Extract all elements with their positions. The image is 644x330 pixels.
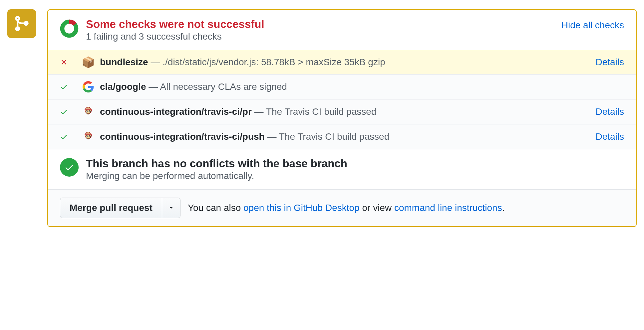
check-name: continuous-integration/travis-ci/pr	[100, 106, 252, 117]
success-circle-icon	[60, 158, 79, 177]
check-text: continuous-integration/travis-ci/push — …	[100, 131, 589, 142]
svg-point-6	[87, 111, 87, 112]
checks-panel: Some checks were not successful 1 failin…	[47, 9, 637, 227]
svg-point-7	[89, 111, 90, 112]
svg-point-13	[89, 136, 90, 137]
merge-dropdown-button[interactable]	[162, 198, 180, 218]
travis-icon	[83, 106, 94, 117]
check-desc: The Travis CI build passed	[266, 106, 377, 117]
checks-header: Some checks were not successful 1 failin…	[48, 10, 636, 50]
travis-icon	[83, 131, 94, 142]
svg-rect-9	[85, 133, 92, 135]
check-icon	[60, 133, 68, 141]
x-icon	[60, 58, 68, 66]
git-merge-icon	[13, 15, 30, 32]
hide-all-checks-link[interactable]: Hide all checks	[561, 20, 624, 31]
status-donut-icon	[60, 19, 79, 38]
check-details-link[interactable]: Details	[595, 106, 624, 117]
check-desc: All necessary CLAs are signed	[160, 82, 287, 92]
caret-down-icon	[168, 205, 174, 211]
check-text: continuous-integration/travis-ci/pr — Th…	[100, 106, 589, 117]
merge-status-subtitle: Merging can be performed automatically.	[86, 171, 347, 181]
check-icon	[60, 83, 68, 91]
command-line-instructions-link[interactable]: command line instructions	[394, 203, 502, 213]
merge-badge	[7, 9, 36, 38]
check-text: cla/google — All necessary CLAs are sign…	[100, 82, 624, 92]
check-details-link[interactable]: Details	[595, 131, 624, 142]
svg-rect-3	[85, 108, 92, 110]
check-row: 📦bundlesize — ./dist/static/js/vendor.js…	[48, 50, 636, 75]
check-name: cla/google	[100, 82, 146, 92]
merge-status-section: This branch has no conflicts with the ba…	[48, 149, 636, 190]
check-name: continuous-integration/travis-ci/push	[100, 131, 265, 142]
check-desc: The Travis CI build passed	[279, 131, 390, 142]
check-desc: ./dist/static/js/vendor.js: 58.78kB > ma…	[162, 57, 385, 67]
merge-pull-request-button[interactable]: Merge pull request	[60, 198, 162, 218]
checks-subtitle: 1 failing and 3 successful checks	[86, 31, 555, 42]
merge-status-title: This branch has no conflicts with the ba…	[86, 157, 347, 170]
check-row: continuous-integration/travis-ci/push — …	[48, 124, 636, 149]
open-github-desktop-link[interactable]: open this in GitHub Desktop	[243, 203, 360, 213]
check-text: bundlesize — ./dist/static/js/vendor.js:…	[100, 57, 589, 68]
check-row: continuous-integration/travis-ci/pr — Th…	[48, 99, 636, 124]
merge-footer-text: You can also open this in GitHub Desktop…	[188, 203, 504, 213]
check-details-link[interactable]: Details	[595, 57, 624, 68]
svg-point-12	[87, 136, 87, 137]
checks-title: Some checks were not successful	[86, 18, 555, 31]
check-row: cla/google — All necessary CLAs are sign…	[48, 75, 636, 99]
package-icon: 📦	[82, 57, 95, 68]
google-icon	[83, 81, 94, 92]
merge-footer: Merge pull request You can also open thi…	[48, 190, 636, 226]
check-name: bundlesize	[100, 57, 148, 67]
check-icon	[60, 108, 68, 116]
